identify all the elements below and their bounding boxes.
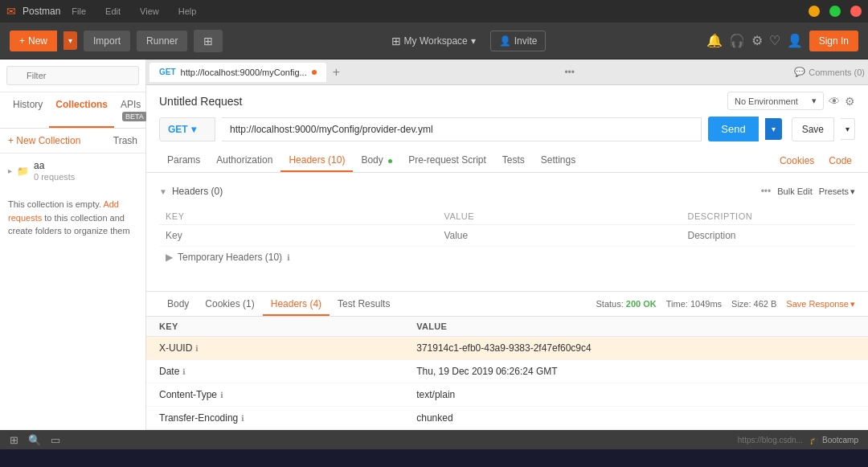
heart-icon[interactable]: ♡ <box>769 33 780 48</box>
runner-button[interactable]: Runner <box>137 31 187 51</box>
search-input[interactable] <box>6 66 139 85</box>
url-input[interactable] <box>222 117 702 141</box>
key-input[interactable] <box>166 230 431 241</box>
empty-collection-message: This collection is empty. Add requests t… <box>0 188 145 248</box>
apis-beta-badge: BETA <box>122 112 147 121</box>
save-button[interactable]: Save <box>792 117 834 141</box>
statusbar-icon-1[interactable]: ⊞ <box>10 434 18 446</box>
resp-key-date: Date <box>159 366 179 377</box>
env-settings-button[interactable]: ⚙ <box>845 95 855 108</box>
collection-item[interactable]: ▸ 📁 aa 0 requests <box>0 154 145 188</box>
main-layout: 🔍 History Collections APIs BETA + New Co… <box>0 59 868 430</box>
workspace-label: My Workspace <box>404 35 468 47</box>
comments-button[interactable]: 💬 Comments (0) <box>794 67 865 77</box>
sign-in-button[interactable]: Sign In <box>809 31 858 51</box>
close-button[interactable] <box>850 6 862 17</box>
eye-button[interactable]: 👁 <box>829 95 840 108</box>
add-tab-button[interactable]: + <box>328 65 345 80</box>
resp-tab-body[interactable]: Body <box>159 292 197 316</box>
tab-pre-request[interactable]: Pre-request Script <box>400 148 494 172</box>
bootcamp-button[interactable]: 🎓 Bootcamp <box>809 436 858 444</box>
statusbar-search-icon[interactable]: 🔍 <box>28 434 41 446</box>
tab-authorization[interactable]: Authorization <box>208 148 280 172</box>
resp-tab-test-results[interactable]: Test Results <box>330 292 398 316</box>
headphone-icon[interactable]: 🎧 <box>729 33 745 48</box>
new-button[interactable]: + New <box>10 31 57 51</box>
cookies-link[interactable]: Cookies <box>776 149 817 171</box>
add-requests-link[interactable]: Add requests <box>8 199 119 223</box>
tab-tests[interactable]: Tests <box>494 148 533 172</box>
menu-view[interactable]: View <box>135 5 164 18</box>
info-icon[interactable]: ℹ <box>182 367 186 376</box>
sidebar-tabs: History Collections APIs BETA <box>0 92 145 129</box>
window-controls <box>809 6 862 17</box>
method-chevron-icon: ▾ <box>191 124 196 135</box>
response-headers-table: KEY VALUE X-UUID ℹ 371914c1-efb0-43a9-93… <box>146 317 868 430</box>
info-icon[interactable]: ℹ <box>220 391 223 399</box>
value-input[interactable] <box>444 230 674 241</box>
maximize-button[interactable] <box>829 6 841 17</box>
temporary-headers-toggle[interactable]: ▶ Temporary Headers (10) ℹ <box>159 247 855 268</box>
menu-bar-items: File Edit View Help <box>67 5 201 18</box>
new-dropdown-button[interactable]: ▾ <box>63 31 77 50</box>
environment-selector[interactable]: No Environment ▾ <box>727 92 824 110</box>
response-nav-tabs: Body Cookies (1) Headers (4) Test Result… <box>146 292 868 317</box>
notification-icon[interactable]: 🔔 <box>706 33 723 48</box>
trash-button[interactable]: Trash <box>113 135 137 146</box>
chevron-down-icon: ▼ <box>159 187 167 196</box>
tab-params[interactable]: Params <box>159 148 208 172</box>
user-avatar[interactable]: 👤 <box>787 33 803 48</box>
table-row: Transfer-Encoding ℹ chunked <box>146 407 868 430</box>
api-tool-button[interactable]: ⊞ <box>194 30 223 52</box>
import-button[interactable]: Import <box>84 31 130 51</box>
title-bar-left: ✉ Postman File Edit View Help <box>6 5 201 18</box>
send-dropdown-button[interactable]: ▾ <box>765 118 782 140</box>
menu-file[interactable]: File <box>67 5 91 18</box>
invite-button[interactable]: 👤 Invite <box>490 31 547 51</box>
resp-tab-cookies[interactable]: Cookies (1) <box>197 292 262 316</box>
resp-th-key: KEY <box>146 317 403 337</box>
code-link[interactable]: Code <box>825 149 855 171</box>
resp-key-cell: Content-Type ℹ <box>146 383 403 407</box>
info-icon[interactable]: ℹ <box>287 253 290 262</box>
table-row[interactable] <box>159 225 855 247</box>
more-button[interactable]: ••• <box>761 186 772 197</box>
method-selector[interactable]: GET ▾ <box>159 117 215 141</box>
table-row: Date ℹ Thu, 19 Dec 2019 06:26:24 GMT <box>146 360 868 383</box>
tab-history[interactable]: History <box>6 92 49 128</box>
tab-collections[interactable]: Collections <box>49 92 114 128</box>
save-response-button[interactable]: Save Response ▾ <box>786 299 855 309</box>
new-collection-button[interactable]: + New Collection <box>8 135 80 146</box>
send-button[interactable]: Send <box>708 117 758 141</box>
body-dot-indicator <box>388 159 392 163</box>
save-dropdown-button[interactable]: ▾ <box>841 118 855 140</box>
status-bar-right: https://blog.csdn... 🎓 Bootcamp <box>738 436 858 444</box>
presets-button[interactable]: Presets ▾ <box>819 186 855 197</box>
workspace-grid-icon: ⊞ <box>391 35 401 47</box>
resp-key-transfer-encoding: Transfer-Encoding <box>159 412 238 424</box>
menu-edit[interactable]: Edit <box>100 5 125 18</box>
tab-body[interactable]: Body <box>353 148 400 172</box>
statusbar-console-icon[interactable]: ▭ <box>51 434 60 446</box>
workspace-button[interactable]: ⊞ My Workspace ▾ <box>383 30 484 52</box>
env-chevron-icon: ▾ <box>812 96 817 106</box>
tab-headers[interactable]: Headers (10) <box>280 148 353 172</box>
tab-settings[interactable]: Settings <box>533 148 583 172</box>
url-bar: GET ▾ Send ▾ Save ▾ <box>146 113 868 148</box>
tab-more-button[interactable]: ••• <box>561 67 578 78</box>
th-key: KEY <box>159 208 437 225</box>
bulk-edit-button[interactable]: Bulk Edit <box>777 186 812 196</box>
info-icon[interactable]: ℹ <box>195 344 199 353</box>
save-response-chevron-icon: ▾ <box>850 299 855 309</box>
env-label: No Environment <box>735 96 798 106</box>
description-input[interactable] <box>688 230 850 241</box>
resp-key-cell: Date ℹ <box>146 360 403 383</box>
resp-tab-headers[interactable]: Headers (4) <box>263 292 330 316</box>
bootcamp-label: Bootcamp <box>822 436 858 444</box>
settings-icon[interactable]: ⚙ <box>751 33 763 48</box>
request-tab-active[interactable]: GET http://localhost:9000/myConfig... <box>149 63 326 82</box>
info-icon[interactable]: ℹ <box>241 414 244 423</box>
headers-collapse-toggle[interactable]: ▼ Headers (0) <box>159 182 223 200</box>
minimize-button[interactable] <box>809 6 820 17</box>
menu-help[interactable]: Help <box>174 5 202 18</box>
